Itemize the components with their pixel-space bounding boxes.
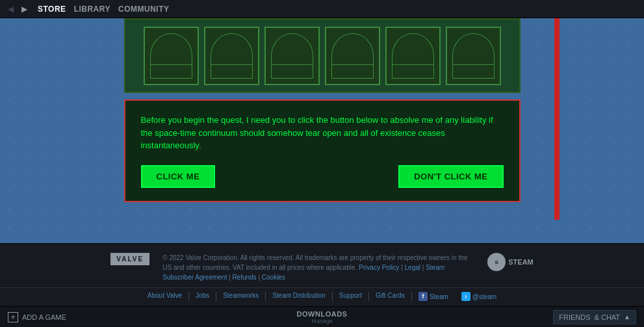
game-tile-3 (264, 27, 320, 85)
twitter-icon: t (461, 292, 470, 301)
click-me-button[interactable]: CLICK ME (141, 165, 216, 188)
friends-label: FRIENDS (559, 313, 590, 321)
game-tile-4 (325, 27, 380, 85)
facebook-icon: f (419, 292, 428, 301)
chat-label: & CHAT (595, 313, 621, 321)
plus-icon: + (8, 312, 18, 322)
refunds-link[interactable]: Refunds (232, 274, 256, 281)
downloads-section[interactable]: DOWNLOADS Manage (297, 310, 348, 324)
forward-arrow[interactable]: ▶ (19, 3, 30, 15)
back-arrow[interactable]: ◀ (5, 3, 16, 15)
steam-footer-label: STEAM (508, 258, 534, 266)
dialog-text: Before you begin the quest, I need you t… (141, 114, 504, 152)
library-nav-item[interactable]: LIBRARY (74, 5, 110, 14)
friends-chat-button[interactable]: FRIENDS & CHAT ▲ (553, 310, 636, 324)
downloads-label: DOWNLOADS (297, 310, 348, 318)
game-art-panel (124, 18, 521, 93)
cookies-link[interactable]: Cookies (262, 274, 285, 281)
support-link[interactable]: Support (333, 292, 369, 301)
steamworks-link[interactable]: Steamworks (216, 292, 266, 301)
steam-footer-logo: S STEAM (487, 253, 534, 271)
downloads-sub-label: Manage (297, 318, 348, 324)
valve-logo: VALVE (110, 253, 149, 265)
footer: VALVE © 2022 Valve Corporation. All righ… (0, 243, 644, 306)
jobs-link[interactable]: Jobs (189, 292, 216, 301)
privacy-policy-link[interactable]: Privacy Policy (359, 264, 399, 271)
main-content-area: Before you begin the quest, I need you t… (0, 18, 644, 243)
steam-social-link[interactable]: f Steam (412, 292, 455, 301)
steam-distribution-link[interactable]: Steam Distribution (266, 292, 333, 301)
footer-copyright-text: © 2022 Valve Corporation. All rights res… (162, 253, 474, 282)
twitter-social-link[interactable]: t @steam (455, 292, 503, 301)
add-game-label: ADD A GAME (22, 313, 66, 321)
dialog-buttons: CLICK ME DON'T CLICK ME (141, 165, 504, 188)
game-tile-5 (385, 27, 441, 85)
red-accent-bar (554, 18, 560, 220)
dialog-box: Before you begin the quest, I need you t… (124, 99, 521, 202)
game-tile-1 (144, 27, 199, 85)
gift-cards-link[interactable]: Gift Cards (369, 292, 412, 301)
expand-icon: ▲ (624, 313, 630, 320)
footer-links: About Valve Jobs Steamworks Steam Distri… (0, 287, 644, 306)
community-nav-item[interactable]: COMMUNITY (118, 5, 170, 14)
top-navigation: ◀ ▶ STORE LIBRARY COMMUNITY (0, 0, 644, 18)
store-nav-item[interactable]: STORE (38, 5, 66, 14)
steam-circle-icon: S (487, 253, 506, 271)
game-tile-6 (446, 27, 501, 85)
dont-click-me-button[interactable]: DON'T CLICK ME (398, 165, 503, 188)
footer-main: VALVE © 2022 Valve Corporation. All righ… (0, 244, 644, 287)
about-valve-link[interactable]: About Valve (141, 292, 189, 301)
bottom-bar: + ADD A GAME DOWNLOADS Manage FRIENDS & … (0, 306, 644, 327)
add-game-button[interactable]: + ADD A GAME (8, 312, 66, 322)
nav-arrows: ◀ ▶ (5, 3, 30, 15)
game-tile-2 (204, 27, 259, 85)
legal-link[interactable]: Legal (405, 264, 420, 271)
